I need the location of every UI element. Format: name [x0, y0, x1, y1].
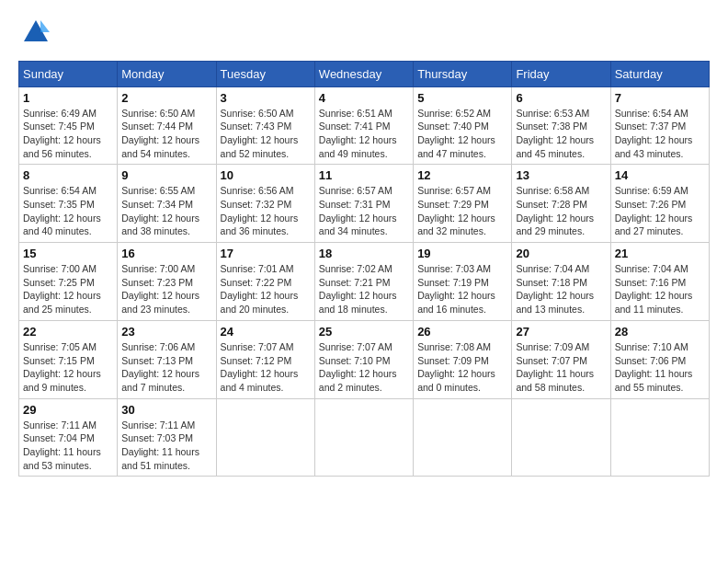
calendar-day: 25 Sunrise: 7:07 AM Sunset: 7:10 PM Dayl… [314, 320, 413, 398]
calendar-day: 22 Sunrise: 7:05 AM Sunset: 7:15 PM Dayl… [19, 320, 118, 398]
calendar-day [216, 398, 314, 477]
day-info: Sunrise: 6:58 AM Sunset: 7:28 PM Dayligh… [516, 184, 606, 238]
day-info: Sunrise: 7:06 AM Sunset: 7:13 PM Dayligh… [121, 340, 211, 395]
calendar-day: 23 Sunrise: 7:06 AM Sunset: 7:13 PM Dayl… [118, 320, 216, 398]
day-number: 7 [615, 91, 705, 105]
day-info: Sunrise: 7:11 AM Sunset: 7:04 PM Dayligh… [23, 419, 113, 473]
day-number: 19 [417, 247, 507, 260]
logo [18, 18, 50, 52]
day-number: 12 [417, 168, 507, 182]
svg-marker-1 [40, 20, 50, 32]
day-number: 17 [221, 247, 311, 260]
calendar-day [512, 398, 610, 477]
day-info: Sunrise: 6:52 AM Sunset: 7:40 PM Dayligh… [417, 107, 507, 161]
column-header-monday: Monday [118, 61, 216, 86]
day-info: Sunrise: 6:59 AM Sunset: 7:26 PM Dayligh… [615, 184, 705, 238]
calendar-day: 7 Sunrise: 6:54 AM Sunset: 7:37 PM Dayli… [610, 86, 709, 165]
day-number: 1 [23, 91, 113, 105]
calendar-day: 18 Sunrise: 7:02 AM Sunset: 7:21 PM Dayl… [314, 243, 413, 321]
calendar-day [414, 398, 512, 477]
logo-icon [22, 18, 50, 46]
day-info: Sunrise: 7:05 AM Sunset: 7:15 PM Dayligh… [23, 340, 113, 395]
calendar-day: 26 Sunrise: 7:08 AM Sunset: 7:09 PM Dayl… [414, 320, 512, 398]
day-number: 24 [221, 325, 311, 339]
column-header-thursday: Thursday [414, 61, 512, 86]
calendar-day: 16 Sunrise: 7:00 AM Sunset: 7:23 PM Dayl… [118, 243, 216, 321]
day-info: Sunrise: 6:49 AM Sunset: 7:45 PM Dayligh… [23, 107, 113, 161]
day-info: Sunrise: 7:11 AM Sunset: 7:03 PM Dayligh… [121, 419, 211, 473]
calendar-day: 11 Sunrise: 6:57 AM Sunset: 7:31 PM Dayl… [314, 165, 413, 243]
calendar-header-row: SundayMondayTuesdayWednesdayThursdayFrid… [19, 61, 710, 86]
day-info: Sunrise: 7:00 AM Sunset: 7:25 PM Dayligh… [23, 262, 113, 316]
day-number: 30 [121, 403, 211, 417]
day-info: Sunrise: 7:08 AM Sunset: 7:09 PM Dayligh… [417, 340, 507, 395]
day-number: 2 [121, 91, 211, 105]
day-info: Sunrise: 6:51 AM Sunset: 7:41 PM Dayligh… [319, 107, 409, 161]
day-number: 5 [417, 91, 507, 105]
calendar-day: 3 Sunrise: 6:50 AM Sunset: 7:43 PM Dayli… [216, 86, 314, 165]
calendar-week-1: 1 Sunrise: 6:49 AM Sunset: 7:45 PM Dayli… [19, 86, 710, 165]
calendar-week-3: 15 Sunrise: 7:00 AM Sunset: 7:25 PM Dayl… [19, 243, 710, 321]
day-info: Sunrise: 7:07 AM Sunset: 7:12 PM Dayligh… [221, 340, 311, 395]
day-info: Sunrise: 6:57 AM Sunset: 7:29 PM Dayligh… [417, 184, 507, 238]
day-number: 9 [121, 168, 211, 182]
calendar-day: 15 Sunrise: 7:00 AM Sunset: 7:25 PM Dayl… [19, 243, 118, 321]
calendar-day: 19 Sunrise: 7:03 AM Sunset: 7:19 PM Dayl… [414, 243, 512, 321]
calendar-week-5: 29 Sunrise: 7:11 AM Sunset: 7:04 PM Dayl… [19, 398, 710, 477]
day-number: 3 [221, 91, 311, 105]
day-info: Sunrise: 6:57 AM Sunset: 7:31 PM Dayligh… [319, 184, 409, 238]
day-number: 16 [121, 247, 211, 260]
day-number: 20 [516, 247, 606, 260]
day-number: 21 [615, 247, 705, 260]
calendar-day: 13 Sunrise: 6:58 AM Sunset: 7:28 PM Dayl… [512, 165, 610, 243]
day-number: 27 [516, 325, 606, 339]
calendar-day: 9 Sunrise: 6:55 AM Sunset: 7:34 PM Dayli… [118, 165, 216, 243]
day-info: Sunrise: 7:03 AM Sunset: 7:19 PM Dayligh… [417, 262, 507, 316]
day-number: 15 [23, 247, 113, 260]
day-info: Sunrise: 6:53 AM Sunset: 7:38 PM Dayligh… [516, 107, 606, 161]
calendar-day: 30 Sunrise: 7:11 AM Sunset: 7:03 PM Dayl… [118, 398, 216, 477]
day-info: Sunrise: 7:07 AM Sunset: 7:10 PM Dayligh… [319, 340, 409, 395]
calendar-day [610, 398, 709, 477]
day-number: 29 [23, 403, 113, 417]
day-number: 26 [417, 325, 507, 339]
day-info: Sunrise: 6:54 AM Sunset: 7:35 PM Dayligh… [23, 184, 113, 238]
day-number: 28 [615, 325, 705, 339]
day-info: Sunrise: 6:54 AM Sunset: 7:37 PM Dayligh… [615, 107, 705, 161]
day-number: 13 [516, 168, 606, 182]
day-number: 10 [221, 168, 311, 182]
day-number: 4 [319, 91, 409, 105]
day-info: Sunrise: 7:10 AM Sunset: 7:06 PM Dayligh… [615, 340, 705, 395]
calendar-day: 4 Sunrise: 6:51 AM Sunset: 7:41 PM Dayli… [314, 86, 413, 165]
page-header [18, 18, 710, 52]
day-info: Sunrise: 6:50 AM Sunset: 7:43 PM Dayligh… [221, 107, 311, 161]
calendar-table: SundayMondayTuesdayWednesdayThursdayFrid… [18, 61, 710, 477]
calendar-day: 29 Sunrise: 7:11 AM Sunset: 7:04 PM Dayl… [19, 398, 118, 477]
column-header-saturday: Saturday [610, 61, 709, 86]
calendar-day: 20 Sunrise: 7:04 AM Sunset: 7:18 PM Dayl… [512, 243, 610, 321]
column-header-wednesday: Wednesday [314, 61, 413, 86]
calendar-week-2: 8 Sunrise: 6:54 AM Sunset: 7:35 PM Dayli… [19, 165, 710, 243]
column-header-friday: Friday [512, 61, 610, 86]
day-info: Sunrise: 6:50 AM Sunset: 7:44 PM Dayligh… [121, 107, 211, 161]
calendar-day: 10 Sunrise: 6:56 AM Sunset: 7:32 PM Dayl… [216, 165, 314, 243]
day-number: 14 [615, 168, 705, 182]
calendar-day: 6 Sunrise: 6:53 AM Sunset: 7:38 PM Dayli… [512, 86, 610, 165]
calendar-day: 14 Sunrise: 6:59 AM Sunset: 7:26 PM Dayl… [610, 165, 709, 243]
calendar-week-4: 22 Sunrise: 7:05 AM Sunset: 7:15 PM Dayl… [19, 320, 710, 398]
calendar-day [314, 398, 413, 477]
calendar-day: 21 Sunrise: 7:04 AM Sunset: 7:16 PM Dayl… [610, 243, 709, 321]
calendar-day: 24 Sunrise: 7:07 AM Sunset: 7:12 PM Dayl… [216, 320, 314, 398]
day-info: Sunrise: 7:09 AM Sunset: 7:07 PM Dayligh… [516, 340, 606, 395]
column-header-sunday: Sunday [19, 61, 118, 86]
calendar-day: 1 Sunrise: 6:49 AM Sunset: 7:45 PM Dayli… [19, 86, 118, 165]
day-number: 22 [23, 325, 113, 339]
day-number: 6 [516, 91, 606, 105]
calendar-day: 2 Sunrise: 6:50 AM Sunset: 7:44 PM Dayli… [118, 86, 216, 165]
day-info: Sunrise: 7:04 AM Sunset: 7:18 PM Dayligh… [516, 262, 606, 316]
calendar-day: 8 Sunrise: 6:54 AM Sunset: 7:35 PM Dayli… [19, 165, 118, 243]
calendar-day: 5 Sunrise: 6:52 AM Sunset: 7:40 PM Dayli… [414, 86, 512, 165]
day-number: 8 [23, 168, 113, 182]
calendar-day: 12 Sunrise: 6:57 AM Sunset: 7:29 PM Dayl… [414, 165, 512, 243]
day-info: Sunrise: 7:04 AM Sunset: 7:16 PM Dayligh… [615, 262, 705, 316]
